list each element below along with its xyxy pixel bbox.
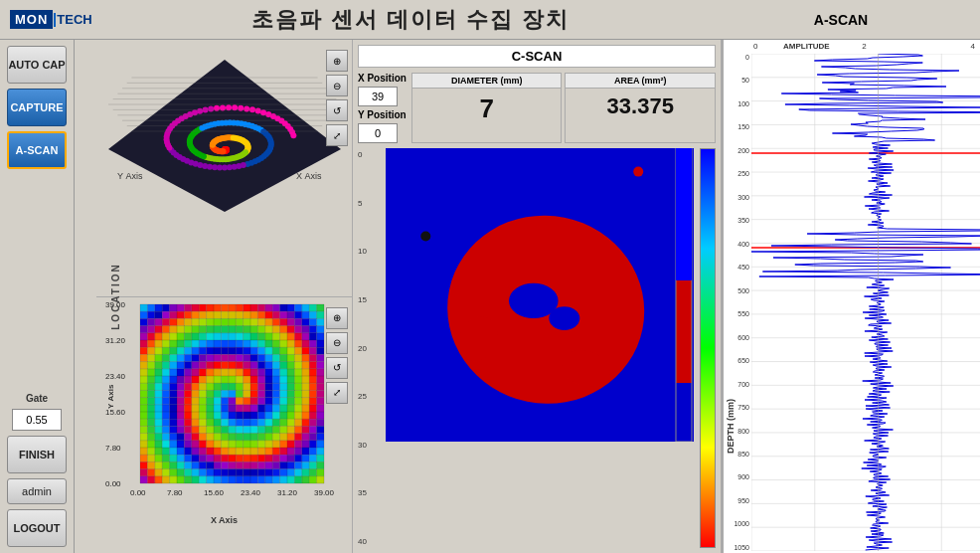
rotate-icon-3d[interactable]: ↺	[326, 99, 348, 121]
logo-cursor	[54, 13, 56, 27]
zoom-out-icon-2d[interactable]: ⊖	[326, 332, 348, 354]
page-title: 초음파 센서 데이터 수집 장치	[109, 5, 712, 35]
logo: MON TECH	[10, 10, 109, 29]
colorbar	[700, 148, 716, 548]
diameter-label: DIAMETER (mm)	[412, 74, 562, 89]
sidebar: AUTO CAP CAPTURE A-SCAN Gate FINISH admi…	[0, 40, 75, 553]
cscan-title: C-SCAN	[358, 45, 716, 68]
gate-input[interactable]	[12, 409, 62, 431]
amplitude-label: 0	[753, 42, 757, 51]
zoom-in-icon-2d[interactable]: ⊕	[326, 307, 348, 329]
area-box: AREA (mm²) 33.375	[565, 73, 716, 143]
x-position-value: 39	[358, 87, 398, 106]
amplitude-axis-label: AMPLITUDE	[783, 42, 830, 51]
cscan-info: X Position 39 Y Position 0 DIAMETER (mm)…	[358, 73, 716, 143]
area-value: 33.375	[602, 89, 679, 124]
3d-scan-controls: ⊕ ⊖ ↺ ⤢	[326, 50, 348, 146]
cscan-image-area: 0510152025303540	[358, 148, 716, 548]
amplitude-max: 4	[971, 42, 975, 51]
auto-cap-button[interactable]: AUTO CAP	[7, 46, 67, 84]
finish-button[interactable]: FINISH	[7, 436, 67, 473]
ascan-panel-title: A-SCAN	[712, 12, 970, 28]
x-position-label: X Position	[358, 73, 407, 84]
zoom-in-icon-3d[interactable]: ⊕	[326, 50, 348, 72]
amplitude-mid: 2	[862, 42, 866, 51]
diameter-value: 7	[474, 89, 498, 129]
cscan-y-ticks: 0510152025303540	[358, 148, 388, 548]
depth-ticks: 0501001502002503003504004505005506006507…	[724, 54, 751, 551]
fit-icon-2d[interactable]: ⤢	[326, 382, 348, 404]
logo-tech: TECH	[57, 12, 91, 27]
location-label: LOCATION	[110, 263, 121, 329]
y-position-label: Y Position	[358, 109, 407, 120]
header: MON TECH 초음파 센서 데이터 수집 장치 A-SCAN	[0, 0, 980, 40]
2d-scan-controls: ⊕ ⊖ ↺ ⤢	[326, 307, 348, 404]
y-position-value: 0	[358, 123, 398, 143]
gate-label: Gate	[26, 393, 48, 404]
ascan-panel: 0 2 4 AMPLITUDE DEPTH (mm) 0501001502002…	[722, 40, 980, 553]
logout-button[interactable]: LOGOUT	[7, 509, 67, 547]
admin-button[interactable]: admin	[7, 478, 67, 504]
main-area: AUTO CAP CAPTURE A-SCAN Gate FINISH admi…	[0, 40, 980, 553]
ascan-button[interactable]: A-SCAN	[7, 131, 67, 169]
area-label: AREA (mm²)	[566, 74, 715, 89]
logo-mon: MON	[10, 10, 53, 29]
diameter-box: DIAMETER (mm) 7	[411, 73, 563, 143]
capture-button[interactable]: CAPTURE	[7, 89, 67, 126]
rotate-icon-2d[interactable]: ↺	[326, 357, 348, 379]
fit-icon-3d[interactable]: ⤢	[326, 124, 348, 146]
x-axis-label: X Axis	[96, 515, 352, 525]
zoom-out-icon-3d[interactable]: ⊖	[326, 75, 348, 96]
